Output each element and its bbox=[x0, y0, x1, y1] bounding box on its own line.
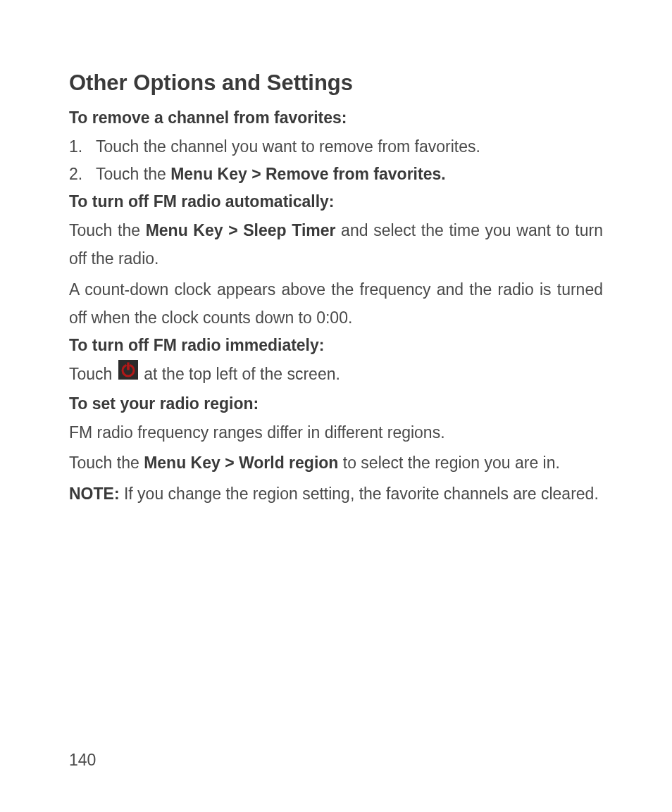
section-turn-off-title: To turn off FM radio immediately: bbox=[69, 336, 603, 355]
list-item: 2. Touch the Menu Key > Remove from favo… bbox=[69, 161, 603, 188]
remove-favorites-steps: 1. Touch the channel you want to remove … bbox=[69, 133, 603, 188]
text-bold: Menu Key > World region bbox=[144, 454, 338, 472]
note-label: NOTE: bbox=[69, 485, 120, 503]
paragraph: A count-down clock appears above the fre… bbox=[69, 276, 603, 332]
paragraph: Touch at the top left of the screen. bbox=[69, 361, 603, 389]
page-heading: Other Options and Settings bbox=[69, 70, 603, 96]
paragraph: Touch the Menu Key > Sleep Timer and sel… bbox=[69, 217, 603, 273]
paragraph: FM radio frequency ranges differ in diff… bbox=[69, 419, 603, 447]
section-remove-favorites-title: To remove a channel from favorites: bbox=[69, 108, 603, 127]
list-text-pre: Touch the bbox=[96, 165, 170, 183]
list-number: 2. bbox=[69, 161, 82, 188]
text-pre: Touch the bbox=[69, 454, 144, 472]
paragraph: Touch the Menu Key > World region to sel… bbox=[69, 449, 603, 477]
power-icon bbox=[118, 360, 138, 389]
list-text: Touch the channel you want to remove fro… bbox=[96, 137, 480, 156]
text-pre: Touch bbox=[69, 365, 117, 383]
list-number: 1. bbox=[69, 133, 82, 161]
text-post: to select the region you are in. bbox=[338, 454, 560, 472]
section-sleep-timer-title: To turn off FM radio automatically: bbox=[69, 192, 603, 211]
note-text: If you change the region setting, the fa… bbox=[120, 485, 599, 503]
text-bold: Menu Key > Sleep Timer bbox=[146, 221, 336, 239]
page-number: 140 bbox=[69, 751, 96, 770]
note-paragraph: NOTE: If you change the region setting, … bbox=[69, 480, 603, 508]
text-post: at the top left of the screen. bbox=[144, 365, 340, 383]
list-item: 1. Touch the channel you want to remove … bbox=[69, 133, 603, 161]
svg-rect-4 bbox=[127, 362, 129, 369]
list-text-bold: Menu Key > Remove from favorites. bbox=[170, 165, 445, 183]
text-pre: Touch the bbox=[69, 221, 146, 239]
section-region-title: To set your radio region: bbox=[69, 394, 603, 413]
